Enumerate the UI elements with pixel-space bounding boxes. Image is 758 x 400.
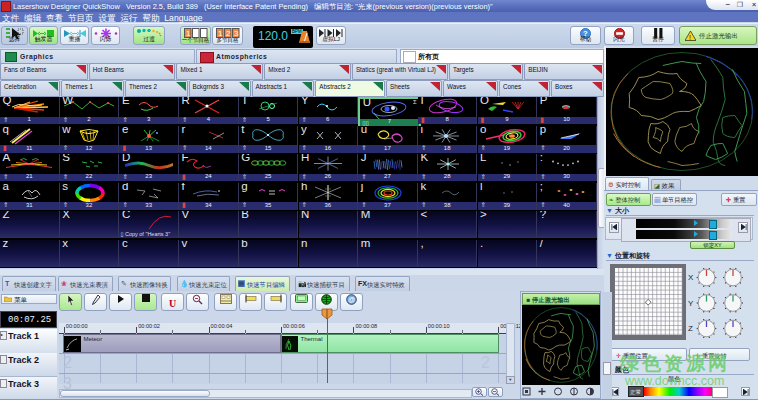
svg-text:!: ! <box>689 33 691 40</box>
svg-text:@: @ <box>348 296 355 303</box>
